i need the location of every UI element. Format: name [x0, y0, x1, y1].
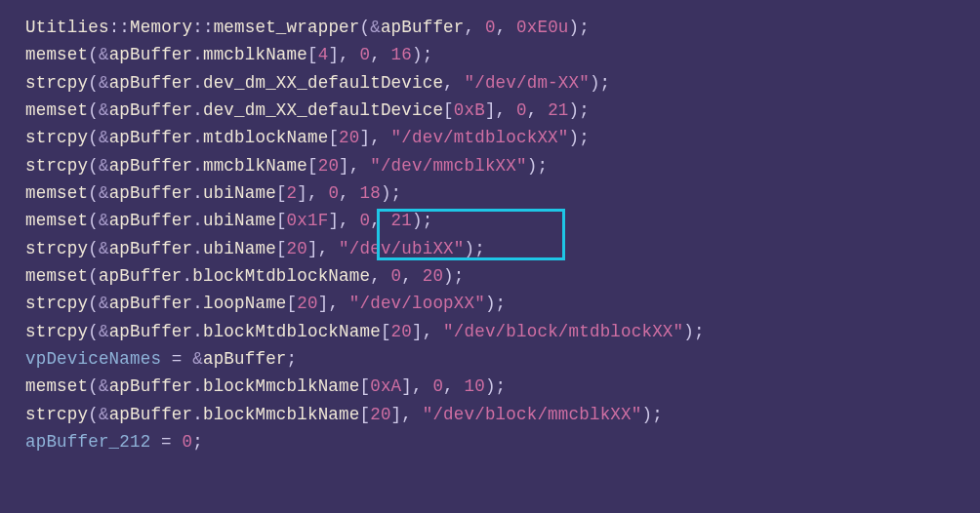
token-id: memset_wrapper: [214, 18, 360, 37]
token-punc: ,: [465, 18, 485, 37]
token-num: 20: [391, 322, 412, 341]
token-id: apBuffer: [109, 73, 193, 93]
token-punc: );: [590, 73, 610, 93]
token-num: 20: [423, 266, 443, 286]
token-num: 0: [328, 183, 339, 203]
token-punc: ,: [443, 73, 464, 93]
token-punc: ,: [527, 100, 548, 120]
token-id: apBuffer: [109, 405, 193, 424]
token-punc: (: [88, 100, 99, 120]
token-punc: ;: [287, 349, 298, 369]
token-num: 0xA: [370, 376, 401, 396]
token-num: 21: [391, 211, 412, 230]
token-punc: ::: [192, 18, 213, 37]
token-num: 0: [391, 266, 402, 286]
code-line: memset(&apBuffer.ubiName[2], 0, 18);: [25, 179, 980, 207]
token-punc: );: [443, 266, 464, 286]
token-str: "/dev/block/mtdblockXX": [443, 322, 683, 341]
token-id: apBuffer: [109, 376, 193, 396]
token-punc: .: [192, 376, 203, 396]
token-punc: (: [359, 18, 370, 37]
token-punc: ],: [359, 128, 390, 147]
token-punc: (: [88, 73, 99, 93]
code-line: memset(&apBuffer.dev_dm_XX_defaultDevice…: [25, 97, 980, 124]
code-line: strcpy(&apBuffer.loopName[20], "/dev/loo…: [25, 290, 980, 317]
token-punc: [: [287, 294, 298, 313]
token-punc: ,: [401, 266, 422, 286]
token-id: Memory: [130, 18, 192, 37]
token-id: memset: [25, 183, 88, 203]
token-punc: ,: [339, 183, 359, 203]
token-id: apBuffer: [203, 349, 287, 369]
token-punc: .: [192, 239, 203, 258]
token-amp: &: [99, 73, 109, 93]
token-id: dev_dm_XX_defaultDevice: [203, 100, 443, 120]
code-block: Utitlies::Memory::memset_wrapper(&apBuff…: [25, 14, 980, 456]
token-punc: [: [359, 405, 370, 424]
token-num: 0: [485, 18, 496, 37]
token-id: mmcblkName: [203, 156, 307, 176]
code-line: memset(&apBuffer.ubiName[0x1F], 0, 21);: [25, 207, 980, 234]
token-amp: &: [99, 100, 109, 120]
token-punc: (: [88, 211, 99, 230]
token-id: ubiName: [203, 183, 276, 203]
token-punc: (: [88, 156, 99, 176]
token-id: memset: [25, 100, 88, 120]
token-punc: ],: [339, 156, 370, 176]
token-str: "/dev/mmcblkXX": [370, 156, 527, 176]
token-id: apBuffer: [109, 156, 193, 176]
token-num: 20: [287, 239, 307, 258]
token-punc: .: [192, 156, 203, 176]
code-line: Utitlies::Memory::memset_wrapper(&apBuff…: [25, 14, 980, 41]
token-punc: (: [88, 376, 99, 396]
token-str: "/dev/dm-XX": [465, 73, 590, 93]
code-line: strcpy(&apBuffer.mtdblockName[20], "/dev…: [25, 124, 980, 151]
token-punc: ],: [485, 100, 516, 120]
token-punc: [: [276, 239, 287, 258]
token-punc: (: [88, 128, 99, 147]
token-id: apBuffer: [109, 128, 193, 147]
token-num: 2: [287, 183, 298, 203]
token-str: "/dev/ubiXX": [339, 239, 464, 258]
token-punc: [: [276, 183, 287, 203]
token-punc: .: [183, 266, 193, 286]
token-id: apBuffer: [381, 18, 465, 37]
token-amp: &: [192, 349, 203, 369]
token-punc: ,: [370, 211, 390, 230]
token-str: "/dev/block/mmcblkXX": [423, 405, 642, 424]
code-line: strcpy(&apBuffer.blockMtdblockName[20], …: [25, 318, 980, 345]
token-punc: (: [88, 239, 99, 258]
token-num: 0: [516, 100, 527, 120]
token-id: blockMmcblkName: [203, 376, 360, 396]
code-line: vpDeviceNames = &apBuffer;: [25, 345, 980, 373]
token-id: loopName: [203, 294, 287, 313]
token-punc: [: [328, 128, 339, 147]
token-punc: );: [412, 211, 432, 230]
token-id: mmcblkName: [203, 45, 307, 64]
token-num: 21: [548, 100, 568, 120]
token-id: memset: [25, 45, 88, 64]
token-punc: =: [161, 349, 192, 369]
token-amp: &: [99, 211, 109, 230]
token-punc: [: [381, 322, 391, 341]
token-punc: .: [192, 45, 203, 64]
token-num: 16: [391, 45, 412, 64]
token-num: 18: [360, 183, 381, 203]
token-id: memset: [25, 376, 88, 396]
token-punc: ],: [307, 239, 339, 258]
token-punc: );: [485, 294, 506, 313]
token-id: apBuffer: [109, 45, 193, 64]
token-punc: (: [88, 45, 99, 64]
token-str: "/dev/loopXX": [349, 294, 485, 313]
token-punc: [: [307, 45, 318, 64]
token-punc: );: [381, 183, 401, 203]
code-line: strcpy(&apBuffer.dev_dm_XX_defaultDevice…: [25, 69, 980, 97]
token-punc: );: [569, 18, 590, 37]
code-line: strcpy(&apBuffer.mmcblkName[20], "/dev/m…: [25, 152, 980, 179]
token-punc: .: [192, 183, 203, 203]
token-amp: &: [99, 45, 109, 64]
token-fn: vpDeviceNames: [25, 349, 161, 369]
token-id: ubiName: [203, 211, 276, 230]
token-punc: (: [88, 322, 99, 341]
token-punc: ],: [328, 45, 359, 64]
